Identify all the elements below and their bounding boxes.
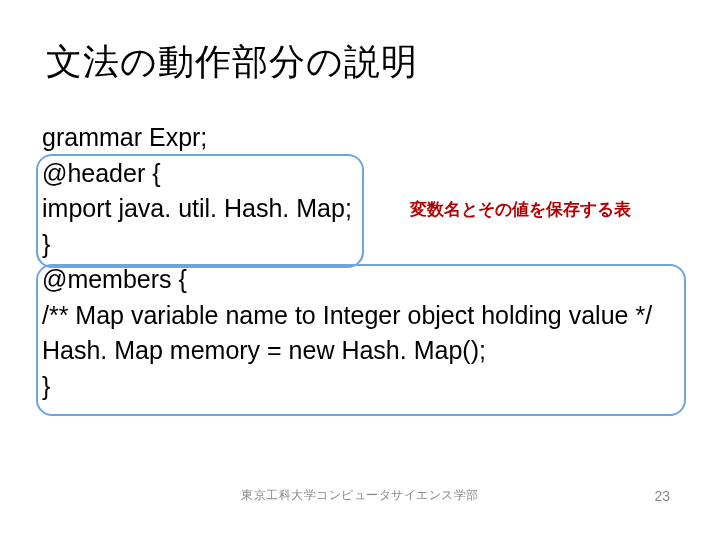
code-line: /** Map variable name to Integer object … <box>42 298 678 334</box>
footer-institution: 東京工科大学コンピュータサイエンス学部 <box>0 487 720 504</box>
code-line: grammar Expr; <box>42 120 678 156</box>
page-number: 23 <box>654 488 670 504</box>
code-line: @header { <box>42 156 678 192</box>
code-line: } <box>42 369 678 405</box>
code-line: Hash. Map memory = new Hash. Map(); <box>42 333 678 369</box>
slide: 文法の動作部分の説明 grammar Expr; @header { impor… <box>0 0 720 540</box>
code-block: grammar Expr; @header { import java. uti… <box>42 120 678 404</box>
code-line: } <box>42 227 678 263</box>
annotation-note: 変数名とその値を保存する表 <box>410 198 631 221</box>
code-line: @members { <box>42 262 678 298</box>
page-title: 文法の動作部分の説明 <box>46 38 418 87</box>
